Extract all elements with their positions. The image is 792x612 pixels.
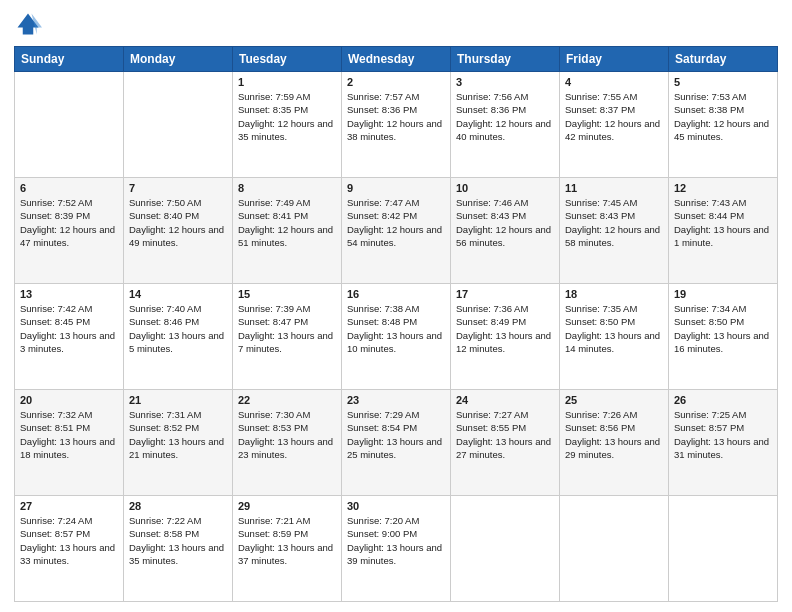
cell-day-number: 8 (238, 182, 336, 194)
cell-info: Sunrise: 7:25 AM Sunset: 8:57 PM Dayligh… (674, 408, 772, 461)
calendar-cell: 3 Sunrise: 7:56 AM Sunset: 8:36 PM Dayli… (451, 72, 560, 178)
cell-day-number: 14 (129, 288, 227, 300)
cell-sunset: Sunset: 8:48 PM (347, 315, 445, 328)
calendar-cell: 15 Sunrise: 7:39 AM Sunset: 8:47 PM Dayl… (233, 284, 342, 390)
calendar-cell: 20 Sunrise: 7:32 AM Sunset: 8:51 PM Dayl… (15, 390, 124, 496)
cell-info: Sunrise: 7:50 AM Sunset: 8:40 PM Dayligh… (129, 196, 227, 249)
cell-sunset: Sunset: 8:51 PM (20, 421, 118, 434)
cell-sunrise: Sunrise: 7:43 AM (674, 196, 772, 209)
cell-info: Sunrise: 7:32 AM Sunset: 8:51 PM Dayligh… (20, 408, 118, 461)
cell-sunrise: Sunrise: 7:59 AM (238, 90, 336, 103)
cell-day-number: 26 (674, 394, 772, 406)
cell-info: Sunrise: 7:45 AM Sunset: 8:43 PM Dayligh… (565, 196, 663, 249)
cell-sunset: Sunset: 8:38 PM (674, 103, 772, 116)
cell-info: Sunrise: 7:52 AM Sunset: 8:39 PM Dayligh… (20, 196, 118, 249)
cell-sunset: Sunset: 8:50 PM (565, 315, 663, 328)
calendar-cell: 7 Sunrise: 7:50 AM Sunset: 8:40 PM Dayli… (124, 178, 233, 284)
cell-info: Sunrise: 7:55 AM Sunset: 8:37 PM Dayligh… (565, 90, 663, 143)
cell-sunrise: Sunrise: 7:24 AM (20, 514, 118, 527)
calendar-cell: 27 Sunrise: 7:24 AM Sunset: 8:57 PM Dayl… (15, 496, 124, 602)
calendar-cell: 13 Sunrise: 7:42 AM Sunset: 8:45 PM Dayl… (15, 284, 124, 390)
cell-day-number: 20 (20, 394, 118, 406)
cell-sunrise: Sunrise: 7:31 AM (129, 408, 227, 421)
calendar-week-row: 27 Sunrise: 7:24 AM Sunset: 8:57 PM Dayl… (15, 496, 778, 602)
cell-daylight: Daylight: 13 hours and 37 minutes. (238, 541, 336, 568)
weekday-header: Thursday (451, 47, 560, 72)
cell-info: Sunrise: 7:34 AM Sunset: 8:50 PM Dayligh… (674, 302, 772, 355)
cell-sunrise: Sunrise: 7:40 AM (129, 302, 227, 315)
cell-day-number: 30 (347, 500, 445, 512)
calendar-cell: 4 Sunrise: 7:55 AM Sunset: 8:37 PM Dayli… (560, 72, 669, 178)
cell-sunset: Sunset: 8:53 PM (238, 421, 336, 434)
cell-sunrise: Sunrise: 7:25 AM (674, 408, 772, 421)
cell-day-number: 19 (674, 288, 772, 300)
cell-info: Sunrise: 7:38 AM Sunset: 8:48 PM Dayligh… (347, 302, 445, 355)
cell-day-number: 15 (238, 288, 336, 300)
cell-info: Sunrise: 7:49 AM Sunset: 8:41 PM Dayligh… (238, 196, 336, 249)
cell-sunset: Sunset: 8:40 PM (129, 209, 227, 222)
cell-daylight: Daylight: 13 hours and 16 minutes. (674, 329, 772, 356)
cell-sunset: Sunset: 8:49 PM (456, 315, 554, 328)
cell-daylight: Daylight: 13 hours and 29 minutes. (565, 435, 663, 462)
cell-sunset: Sunset: 8:42 PM (347, 209, 445, 222)
cell-sunset: Sunset: 8:58 PM (129, 527, 227, 540)
cell-info: Sunrise: 7:24 AM Sunset: 8:57 PM Dayligh… (20, 514, 118, 567)
cell-day-number: 5 (674, 76, 772, 88)
cell-sunset: Sunset: 8:35 PM (238, 103, 336, 116)
cell-day-number: 12 (674, 182, 772, 194)
calendar-cell (15, 72, 124, 178)
page: SundayMondayTuesdayWednesdayThursdayFrid… (0, 0, 792, 612)
cell-info: Sunrise: 7:26 AM Sunset: 8:56 PM Dayligh… (565, 408, 663, 461)
cell-daylight: Daylight: 12 hours and 42 minutes. (565, 117, 663, 144)
cell-sunset: Sunset: 8:45 PM (20, 315, 118, 328)
cell-sunset: Sunset: 8:44 PM (674, 209, 772, 222)
cell-day-number: 24 (456, 394, 554, 406)
cell-daylight: Daylight: 13 hours and 27 minutes. (456, 435, 554, 462)
calendar-week-row: 20 Sunrise: 7:32 AM Sunset: 8:51 PM Dayl… (15, 390, 778, 496)
cell-sunrise: Sunrise: 7:34 AM (674, 302, 772, 315)
cell-daylight: Daylight: 12 hours and 51 minutes. (238, 223, 336, 250)
cell-sunrise: Sunrise: 7:30 AM (238, 408, 336, 421)
calendar-cell: 29 Sunrise: 7:21 AM Sunset: 8:59 PM Dayl… (233, 496, 342, 602)
cell-sunset: Sunset: 8:54 PM (347, 421, 445, 434)
cell-sunset: Sunset: 8:37 PM (565, 103, 663, 116)
cell-day-number: 11 (565, 182, 663, 194)
cell-day-number: 17 (456, 288, 554, 300)
calendar-cell: 8 Sunrise: 7:49 AM Sunset: 8:41 PM Dayli… (233, 178, 342, 284)
calendar-cell: 2 Sunrise: 7:57 AM Sunset: 8:36 PM Dayli… (342, 72, 451, 178)
cell-info: Sunrise: 7:53 AM Sunset: 8:38 PM Dayligh… (674, 90, 772, 143)
weekday-header: Tuesday (233, 47, 342, 72)
cell-sunset: Sunset: 8:55 PM (456, 421, 554, 434)
cell-sunrise: Sunrise: 7:39 AM (238, 302, 336, 315)
cell-daylight: Daylight: 13 hours and 14 minutes. (565, 329, 663, 356)
weekday-header: Wednesday (342, 47, 451, 72)
cell-daylight: Daylight: 13 hours and 3 minutes. (20, 329, 118, 356)
cell-day-number: 10 (456, 182, 554, 194)
cell-day-number: 27 (20, 500, 118, 512)
cell-info: Sunrise: 7:39 AM Sunset: 8:47 PM Dayligh… (238, 302, 336, 355)
cell-daylight: Daylight: 12 hours and 45 minutes. (674, 117, 772, 144)
cell-day-number: 16 (347, 288, 445, 300)
cell-sunset: Sunset: 9:00 PM (347, 527, 445, 540)
cell-sunset: Sunset: 8:59 PM (238, 527, 336, 540)
cell-sunrise: Sunrise: 7:45 AM (565, 196, 663, 209)
cell-info: Sunrise: 7:29 AM Sunset: 8:54 PM Dayligh… (347, 408, 445, 461)
cell-day-number: 22 (238, 394, 336, 406)
cell-daylight: Daylight: 13 hours and 5 minutes. (129, 329, 227, 356)
calendar-cell: 14 Sunrise: 7:40 AM Sunset: 8:46 PM Dayl… (124, 284, 233, 390)
cell-daylight: Daylight: 13 hours and 1 minute. (674, 223, 772, 250)
cell-sunset: Sunset: 8:46 PM (129, 315, 227, 328)
cell-info: Sunrise: 7:43 AM Sunset: 8:44 PM Dayligh… (674, 196, 772, 249)
cell-daylight: Daylight: 12 hours and 58 minutes. (565, 223, 663, 250)
weekday-header: Saturday (669, 47, 778, 72)
calendar-cell: 16 Sunrise: 7:38 AM Sunset: 8:48 PM Dayl… (342, 284, 451, 390)
calendar-cell: 25 Sunrise: 7:26 AM Sunset: 8:56 PM Dayl… (560, 390, 669, 496)
cell-daylight: Daylight: 12 hours and 38 minutes. (347, 117, 445, 144)
cell-sunset: Sunset: 8:43 PM (565, 209, 663, 222)
cell-sunset: Sunset: 8:43 PM (456, 209, 554, 222)
cell-sunrise: Sunrise: 7:26 AM (565, 408, 663, 421)
cell-day-number: 7 (129, 182, 227, 194)
calendar-table: SundayMondayTuesdayWednesdayThursdayFrid… (14, 46, 778, 602)
cell-day-number: 3 (456, 76, 554, 88)
calendar-cell (124, 72, 233, 178)
